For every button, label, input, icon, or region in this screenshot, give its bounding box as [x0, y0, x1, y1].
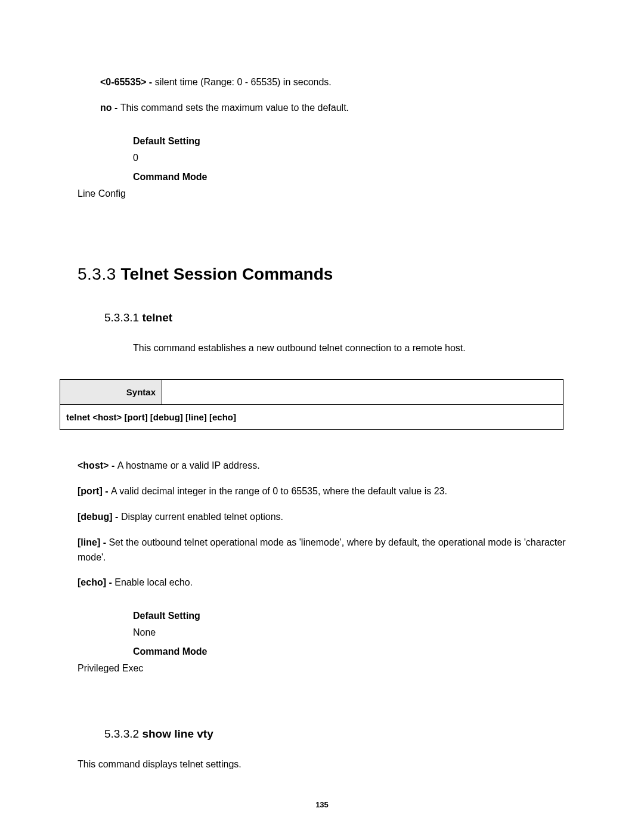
top-params: <0-65535> - silent time (Range: 0 - 6553…	[100, 75, 578, 116]
param-no: no - This command sets the maximum value…	[100, 101, 578, 116]
param-echo-name: [echo] -	[78, 577, 114, 587]
subsection-1-number: 5.3.3.1	[104, 311, 139, 324]
syntax-table-wrap: Syntax telnet <host> [port] [debug] [lin…	[78, 379, 578, 430]
param-host: <host> - A hostname or a valid IP addres…	[78, 459, 578, 473]
param-port: [port] - A valid decimal integer in the …	[78, 484, 578, 499]
subsection-2-number: 5.3.3.2	[104, 727, 139, 740]
syntax-header-row: Syntax	[60, 380, 564, 405]
page-container: <0-65535> - silent time (Range: 0 - 6553…	[0, 0, 644, 833]
param-range-name: <0-65535> -	[100, 77, 155, 87]
subsection-1-command-mode-value: Privileged Exec	[78, 663, 578, 674]
param-host-desc: A hostname or a valid IP address.	[117, 460, 260, 470]
subsection-1-name: telnet	[142, 311, 172, 324]
command-mode-value: Line Config	[78, 188, 578, 199]
subsection-1-command-mode-label: Command Mode	[133, 646, 578, 657]
subsection-1-default-setting-label: Default Setting	[133, 611, 578, 621]
subsection-1-description: This command establishes a new outbound …	[133, 341, 578, 356]
default-setting-label: Default Setting	[133, 136, 578, 147]
syntax-table: Syntax telnet <host> [port] [debug] [lin…	[60, 379, 564, 430]
subsection-1-heading: 5.3.3.1 telnet	[104, 311, 578, 324]
subsection-1-default-block: Default Setting None Command Mode	[133, 611, 578, 657]
subsection-1-default-setting-value: None	[133, 627, 578, 638]
syntax-body-row: telnet <host> [port] [debug] [line] [ech…	[60, 405, 564, 430]
syntax-header-empty	[162, 380, 564, 405]
param-range: <0-65535> - silent time (Range: 0 - 6553…	[100, 75, 578, 90]
subsection-2-name: show line vty	[142, 727, 213, 740]
section-number: 5.3.3	[78, 265, 116, 283]
param-port-name: [port] -	[78, 486, 111, 496]
param-no-desc: This command sets the maximum value to t…	[120, 103, 349, 113]
param-port-desc: A valid decimal integer in the range of …	[111, 486, 447, 496]
subsection-2-heading: 5.3.3.2 show line vty	[104, 727, 578, 741]
subsection-1-params: <host> - A hostname or a valid IP addres…	[78, 459, 578, 590]
param-echo: [echo] - Enable local echo.	[78, 575, 578, 590]
default-setting-value: 0	[133, 153, 578, 163]
param-line: [line] - Set the outbound telnet operati…	[78, 535, 578, 565]
section-title-text: Telnet Session Commands	[121, 265, 333, 283]
param-debug-desc: Display current enabled telnet options.	[121, 512, 283, 522]
subsection-2-description: This command displays telnet settings.	[78, 757, 578, 772]
param-range-desc: silent time (Range: 0 - 65535) in second…	[155, 77, 332, 87]
syntax-body-text: telnet <host> [port] [debug] [line] [ech…	[60, 405, 564, 430]
param-echo-desc: Enable local echo.	[114, 577, 193, 587]
param-line-desc: Set the outbound telnet operational mode…	[78, 537, 566, 562]
page-number: 135	[0, 800, 644, 809]
command-mode-label: Command Mode	[133, 172, 578, 182]
param-line-name: [line] -	[78, 537, 109, 547]
syntax-header-label: Syntax	[60, 380, 162, 405]
top-default-block: Default Setting 0 Command Mode	[133, 136, 578, 182]
param-debug-name: [debug] -	[78, 512, 121, 522]
param-host-name: <host> -	[78, 460, 117, 470]
param-no-name: no -	[100, 103, 120, 113]
section-heading: 5.3.3 Telnet Session Commands	[78, 265, 578, 284]
param-debug: [debug] - Display current enabled telnet…	[78, 510, 578, 525]
